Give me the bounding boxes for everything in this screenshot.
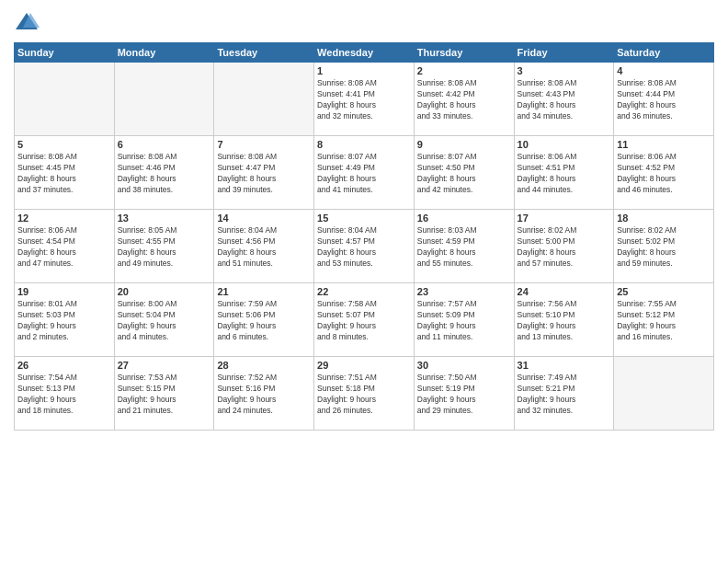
day-header-monday: Monday bbox=[114, 43, 214, 63]
day-cell: 3Sunrise: 8:08 AM Sunset: 4:43 PM Daylig… bbox=[514, 63, 614, 136]
day-cell: 22Sunrise: 7:58 AM Sunset: 5:07 PM Dayli… bbox=[314, 283, 415, 357]
day-number: 27 bbox=[118, 360, 211, 371]
page: SundayMondayTuesdayWednesdayThursdayFrid… bbox=[0, 0, 728, 563]
day-cell: 8Sunrise: 8:07 AM Sunset: 4:49 PM Daylig… bbox=[314, 136, 415, 210]
day-cell: 21Sunrise: 7:59 AM Sunset: 5:06 PM Dayli… bbox=[214, 283, 314, 357]
week-row-5: 26Sunrise: 7:54 AM Sunset: 5:13 PM Dayli… bbox=[15, 357, 714, 431]
day-cell: 31Sunrise: 7:49 AM Sunset: 5:21 PM Dayli… bbox=[514, 357, 614, 431]
day-number: 24 bbox=[518, 286, 611, 297]
day-cell: 9Sunrise: 8:07 AM Sunset: 4:50 PM Daylig… bbox=[414, 136, 514, 210]
day-number: 18 bbox=[617, 213, 711, 224]
day-info: Sunrise: 8:08 AM Sunset: 4:41 PM Dayligh… bbox=[317, 78, 411, 122]
day-header-wednesday: Wednesday bbox=[314, 43, 415, 63]
day-info: Sunrise: 8:08 AM Sunset: 4:42 PM Dayligh… bbox=[417, 78, 511, 122]
day-header-sunday: Sunday bbox=[15, 43, 115, 63]
day-header-thursday: Thursday bbox=[414, 43, 514, 63]
day-info: Sunrise: 8:07 AM Sunset: 4:50 PM Dayligh… bbox=[417, 152, 511, 196]
day-cell: 13Sunrise: 8:05 AM Sunset: 4:55 PM Dayli… bbox=[114, 210, 214, 283]
day-number: 8 bbox=[317, 139, 411, 150]
day-number: 9 bbox=[417, 139, 511, 150]
day-info: Sunrise: 8:08 AM Sunset: 4:45 PM Dayligh… bbox=[17, 152, 111, 196]
day-header-friday: Friday bbox=[514, 43, 614, 63]
day-info: Sunrise: 8:05 AM Sunset: 4:55 PM Dayligh… bbox=[118, 225, 211, 270]
week-row-1: 1Sunrise: 8:08 AM Sunset: 4:41 PM Daylig… bbox=[15, 63, 714, 136]
day-number: 4 bbox=[617, 65, 711, 76]
day-number: 22 bbox=[317, 286, 411, 297]
day-info: Sunrise: 8:08 AM Sunset: 4:43 PM Dayligh… bbox=[518, 78, 611, 122]
day-info: Sunrise: 7:53 AM Sunset: 5:15 PM Dayligh… bbox=[118, 373, 211, 417]
week-row-4: 19Sunrise: 8:01 AM Sunset: 5:03 PM Dayli… bbox=[15, 283, 714, 357]
day-cell bbox=[214, 63, 314, 136]
day-info: Sunrise: 8:08 AM Sunset: 4:44 PM Dayligh… bbox=[617, 78, 711, 122]
day-number: 30 bbox=[417, 360, 511, 371]
day-cell: 10Sunrise: 8:06 AM Sunset: 4:51 PM Dayli… bbox=[514, 136, 614, 210]
day-number: 26 bbox=[17, 360, 111, 371]
day-info: Sunrise: 8:08 AM Sunset: 4:46 PM Dayligh… bbox=[118, 152, 211, 196]
day-number: 15 bbox=[317, 213, 411, 224]
day-cell: 7Sunrise: 8:08 AM Sunset: 4:47 PM Daylig… bbox=[214, 136, 314, 210]
day-info: Sunrise: 7:57 AM Sunset: 5:09 PM Dayligh… bbox=[417, 299, 511, 343]
day-info: Sunrise: 8:02 AM Sunset: 5:00 PM Dayligh… bbox=[518, 225, 611, 270]
header bbox=[14, 9, 714, 35]
day-cell: 29Sunrise: 7:51 AM Sunset: 5:18 PM Dayli… bbox=[314, 357, 415, 431]
day-info: Sunrise: 7:50 AM Sunset: 5:19 PM Dayligh… bbox=[417, 373, 511, 417]
day-number: 1 bbox=[317, 65, 411, 76]
day-cell: 24Sunrise: 7:56 AM Sunset: 5:10 PM Dayli… bbox=[514, 283, 614, 357]
day-cell: 28Sunrise: 7:52 AM Sunset: 5:16 PM Dayli… bbox=[214, 357, 314, 431]
day-number: 29 bbox=[317, 360, 411, 371]
day-number: 3 bbox=[518, 65, 611, 76]
day-number: 23 bbox=[417, 286, 511, 297]
day-info: Sunrise: 8:02 AM Sunset: 5:02 PM Dayligh… bbox=[617, 225, 711, 270]
day-number: 2 bbox=[417, 65, 511, 76]
day-number: 6 bbox=[118, 139, 211, 150]
day-info: Sunrise: 8:03 AM Sunset: 4:59 PM Dayligh… bbox=[417, 225, 511, 270]
day-info: Sunrise: 8:06 AM Sunset: 4:52 PM Dayligh… bbox=[617, 152, 711, 196]
day-number: 11 bbox=[617, 139, 711, 150]
day-cell: 5Sunrise: 8:08 AM Sunset: 4:45 PM Daylig… bbox=[15, 136, 115, 210]
day-cell: 16Sunrise: 8:03 AM Sunset: 4:59 PM Dayli… bbox=[414, 210, 514, 283]
day-info: Sunrise: 8:01 AM Sunset: 5:03 PM Dayligh… bbox=[17, 299, 111, 343]
header-row: SundayMondayTuesdayWednesdayThursdayFrid… bbox=[15, 43, 714, 63]
day-cell: 20Sunrise: 8:00 AM Sunset: 5:04 PM Dayli… bbox=[114, 283, 214, 357]
day-cell bbox=[114, 63, 214, 136]
day-info: Sunrise: 7:54 AM Sunset: 5:13 PM Dayligh… bbox=[17, 373, 111, 417]
day-info: Sunrise: 7:52 AM Sunset: 5:16 PM Dayligh… bbox=[217, 373, 311, 417]
day-cell: 19Sunrise: 8:01 AM Sunset: 5:03 PM Dayli… bbox=[15, 283, 115, 357]
logo-icon bbox=[14, 9, 40, 35]
day-cell bbox=[15, 63, 115, 136]
day-cell: 1Sunrise: 8:08 AM Sunset: 4:41 PM Daylig… bbox=[314, 63, 415, 136]
day-number: 12 bbox=[17, 213, 111, 224]
day-info: Sunrise: 7:55 AM Sunset: 5:12 PM Dayligh… bbox=[617, 299, 711, 343]
week-row-2: 5Sunrise: 8:08 AM Sunset: 4:45 PM Daylig… bbox=[15, 136, 714, 210]
day-cell: 14Sunrise: 8:04 AM Sunset: 4:56 PM Dayli… bbox=[214, 210, 314, 283]
day-cell: 25Sunrise: 7:55 AM Sunset: 5:12 PM Dayli… bbox=[614, 283, 714, 357]
day-info: Sunrise: 8:04 AM Sunset: 4:56 PM Dayligh… bbox=[217, 225, 311, 270]
day-number: 5 bbox=[17, 139, 111, 150]
day-number: 14 bbox=[217, 213, 311, 224]
calendar-body: 1Sunrise: 8:08 AM Sunset: 4:41 PM Daylig… bbox=[15, 63, 714, 431]
day-number: 10 bbox=[518, 139, 611, 150]
day-info: Sunrise: 7:58 AM Sunset: 5:07 PM Dayligh… bbox=[317, 299, 411, 343]
day-number: 31 bbox=[518, 360, 611, 371]
day-number: 7 bbox=[217, 139, 311, 150]
day-cell: 11Sunrise: 8:06 AM Sunset: 4:52 PM Dayli… bbox=[614, 136, 714, 210]
day-number: 16 bbox=[417, 213, 511, 224]
logo bbox=[14, 9, 43, 35]
day-info: Sunrise: 7:49 AM Sunset: 5:21 PM Dayligh… bbox=[518, 373, 611, 417]
day-number: 21 bbox=[217, 286, 311, 297]
day-cell: 4Sunrise: 8:08 AM Sunset: 4:44 PM Daylig… bbox=[614, 63, 714, 136]
day-cell: 23Sunrise: 7:57 AM Sunset: 5:09 PM Dayli… bbox=[414, 283, 514, 357]
day-cell bbox=[614, 357, 714, 431]
day-header-tuesday: Tuesday bbox=[214, 43, 314, 63]
day-header-saturday: Saturday bbox=[614, 43, 714, 63]
day-number: 25 bbox=[617, 286, 711, 297]
day-cell: 17Sunrise: 8:02 AM Sunset: 5:00 PM Dayli… bbox=[514, 210, 614, 283]
day-number: 17 bbox=[518, 213, 611, 224]
day-info: Sunrise: 8:07 AM Sunset: 4:49 PM Dayligh… bbox=[317, 152, 411, 196]
day-info: Sunrise: 8:00 AM Sunset: 5:04 PM Dayligh… bbox=[118, 299, 211, 343]
day-cell: 2Sunrise: 8:08 AM Sunset: 4:42 PM Daylig… bbox=[414, 63, 514, 136]
day-cell: 27Sunrise: 7:53 AM Sunset: 5:15 PM Dayli… bbox=[114, 357, 214, 431]
day-info: Sunrise: 8:06 AM Sunset: 4:51 PM Dayligh… bbox=[518, 152, 611, 196]
day-cell: 12Sunrise: 8:06 AM Sunset: 4:54 PM Dayli… bbox=[15, 210, 115, 283]
day-cell: 26Sunrise: 7:54 AM Sunset: 5:13 PM Dayli… bbox=[15, 357, 115, 431]
